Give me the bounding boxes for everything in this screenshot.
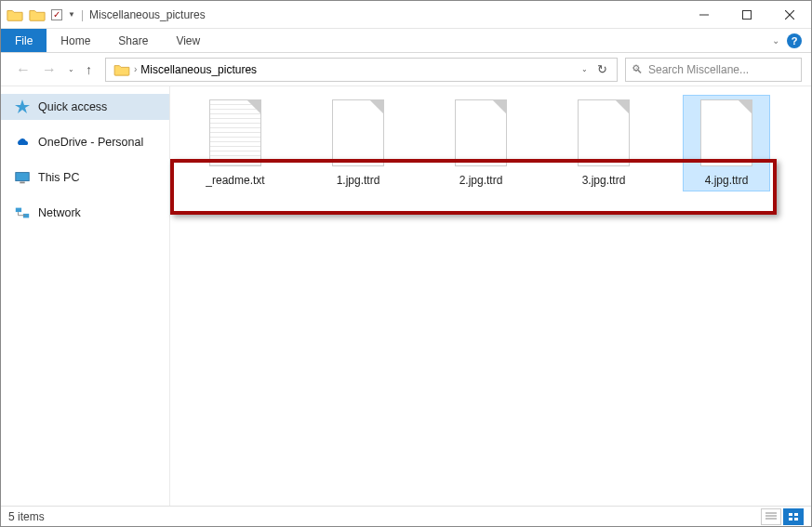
up-button[interactable]: ↑ (86, 62, 92, 77)
ribbon-tabs: File Home Share View ⌄ ? (1, 29, 811, 53)
file-item[interactable]: 4.jpg.ttrd (684, 96, 769, 191)
svg-rect-5 (16, 173, 29, 181)
generic-file-icon (332, 99, 384, 166)
svg-rect-15 (794, 513, 798, 516)
file-grid: _readme.txt1.jpg.ttrd2.jpg.ttrd3.jpg.ttr… (176, 96, 805, 191)
file-label: 1.jpg.ttrd (337, 174, 380, 187)
folder-qat-icon (7, 7, 23, 23)
sidebar-item-label: Network (38, 206, 81, 219)
sidebar-item-network[interactable]: Network (1, 200, 169, 226)
title-separator: | (81, 8, 84, 21)
search-input[interactable]: 🔍︎ Search Miscellane... (625, 58, 802, 82)
refresh-icon[interactable]: ↻ (597, 62, 607, 76)
svg-rect-14 (789, 513, 792, 516)
svg-rect-7 (16, 208, 21, 213)
file-label: _readme.txt (206, 174, 264, 187)
close-button[interactable] (768, 1, 811, 29)
history-dropdown-icon[interactable]: ⌄ (68, 65, 74, 73)
file-item[interactable]: _readme.txt (193, 96, 278, 191)
sidebar-item-label: OneDrive - Personal (38, 136, 143, 149)
nav-row: ← → ⌄ ↑ › Miscellaneous_pictures ⌄ ↻ 🔍︎ … (1, 53, 811, 86)
back-button[interactable]: ← (16, 61, 31, 78)
tab-view[interactable]: View (162, 29, 214, 52)
quick-access-toolbar: ✓ ▼ (7, 7, 75, 23)
file-label: 3.jpg.ttrd (582, 174, 626, 187)
generic-file-icon (455, 99, 507, 166)
address-folder-icon (113, 63, 130, 76)
generic-file-icon (578, 99, 630, 166)
svg-marker-4 (15, 99, 30, 113)
breadcrumb-chevron-icon[interactable]: › (134, 64, 137, 74)
window-title: Miscellaneous_pictures (89, 8, 206, 21)
file-item[interactable]: 1.jpg.ttrd (315, 96, 401, 191)
status-count: 5 items (8, 510, 45, 523)
svg-rect-17 (794, 518, 798, 520)
window-controls (683, 1, 811, 28)
qat-checkbox-icon[interactable]: ✓ (51, 9, 62, 20)
file-item[interactable]: 2.jpg.ttrd (438, 96, 524, 191)
onedrive-icon (14, 134, 31, 151)
address-dropdown-icon[interactable]: ⌄ (581, 65, 588, 73)
sidebar-item-quickaccess[interactable]: Quick access (1, 94, 169, 120)
breadcrumb-item[interactable]: Miscellaneous_pictures (140, 63, 257, 76)
svg-rect-16 (789, 518, 792, 520)
network-icon (14, 204, 31, 221)
file-label: 4.jpg.ttrd (705, 174, 749, 187)
generic-file-icon (700, 99, 752, 166)
minimize-button[interactable] (683, 1, 725, 29)
content-pane[interactable]: _readme.txt1.jpg.ttrd2.jpg.ttrd3.jpg.ttr… (170, 86, 811, 506)
tab-share[interactable]: Share (104, 29, 162, 52)
text-file-icon (209, 99, 261, 166)
qat-dropdown-icon[interactable]: ▼ (68, 10, 75, 19)
file-item[interactable]: 3.jpg.ttrd (561, 96, 646, 191)
help-icon[interactable]: ? (787, 33, 802, 48)
thispc-icon (14, 169, 31, 186)
forward-button[interactable]: → (42, 61, 57, 78)
tab-home[interactable]: Home (47, 29, 104, 52)
sidebar-item-label: Quick access (38, 100, 107, 113)
sidebar-item-onedrive[interactable]: OneDrive - Personal (1, 129, 169, 155)
maximize-button[interactable] (725, 1, 768, 29)
ribbon-collapse-icon[interactable]: ⌄ (772, 35, 779, 46)
folder-qat2-icon (29, 7, 46, 23)
titlebar: ✓ ▼ | Miscellaneous_pictures (1, 1, 811, 29)
view-largeicons-button[interactable] (783, 508, 804, 525)
quickaccess-icon (14, 99, 31, 115)
view-details-button[interactable] (761, 508, 781, 525)
svg-rect-6 (20, 182, 24, 184)
address-bar[interactable]: › Miscellaneous_pictures ⌄ ↻ (105, 58, 618, 82)
file-label: 2.jpg.ttrd (459, 174, 503, 187)
svg-rect-1 (743, 11, 752, 20)
search-icon: 🔍︎ (632, 63, 643, 76)
statusbar: 5 items (1, 506, 811, 526)
search-placeholder: Search Miscellane... (648, 63, 749, 76)
navigation-pane: Quick access OneDrive - Personal This PC… (1, 86, 170, 506)
sidebar-item-label: This PC (38, 171, 79, 184)
tab-file[interactable]: File (1, 29, 47, 52)
sidebar-item-thispc[interactable]: This PC (1, 165, 169, 191)
